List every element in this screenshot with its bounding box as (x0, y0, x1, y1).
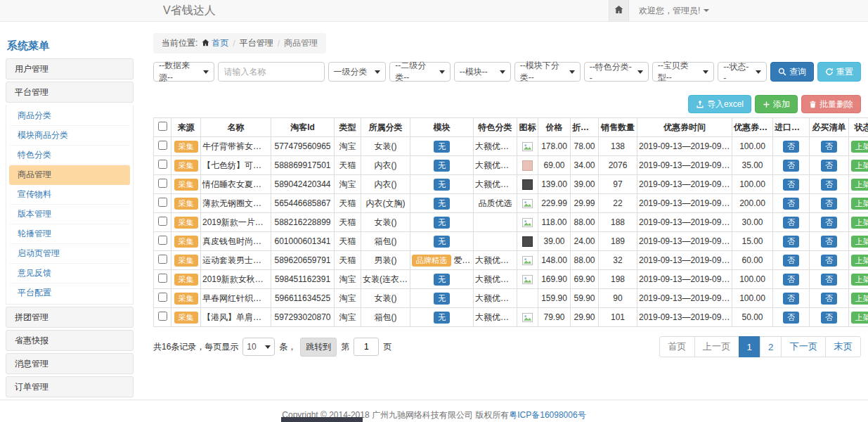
row-checkbox[interactable] (158, 312, 167, 321)
filter-source-select[interactable]: --数据来源-- (153, 62, 214, 82)
sidebar-item-platform-management[interactable]: 平台管理 (6, 82, 134, 103)
row-checkbox[interactable] (158, 236, 167, 245)
status-cell: 上架 (849, 194, 868, 213)
must-buy-badge[interactable]: 否 (821, 274, 837, 286)
sidebar-item-message-management[interactable]: 消息管理 (6, 353, 134, 374)
filter-status-select[interactable]: --状态-- (718, 62, 767, 82)
sidebar-item-group-buy-management[interactable]: 拼团管理 (6, 307, 134, 328)
row-checkbox[interactable] (158, 179, 167, 188)
import-optimal-badge[interactable]: 否 (783, 312, 799, 324)
sidebar-item-version-management[interactable]: 版本管理 (9, 205, 130, 224)
status-badge[interactable]: 上架 (851, 312, 868, 324)
breadcrumb-home-link[interactable]: 首页 (202, 37, 228, 49)
plus-icon (763, 101, 770, 108)
status-badge[interactable]: 上架 (851, 198, 868, 210)
row-checkbox[interactable] (158, 274, 167, 283)
per-page-select[interactable]: 10 (242, 338, 275, 356)
must-buy-badge[interactable]: 否 (821, 141, 837, 153)
search-button[interactable]: 查询 (770, 62, 814, 82)
sidebar-item-goods-category[interactable]: 商品分类 (9, 106, 130, 126)
sidebar-item-goods-management[interactable]: 商品管理 (9, 165, 130, 185)
icp-license-link[interactable]: 粤ICP备16098006号 (509, 410, 585, 420)
import-optimal-cell: 否 (773, 213, 810, 232)
filter-module-sub-value: --模块下分类-- (520, 60, 565, 84)
import-optimal-badge[interactable]: 否 (783, 293, 799, 305)
filter-item-type-select[interactable]: --宝贝类型-- (652, 62, 714, 82)
row-checkbox[interactable] (158, 141, 167, 150)
status-badge[interactable]: 上架 (851, 236, 868, 248)
row-checkbox[interactable] (158, 255, 167, 264)
sidebar-item-order-management[interactable]: 订单管理 (6, 376, 134, 397)
filter-name-input[interactable] (218, 62, 325, 82)
batch-delete-button[interactable]: 批量删除 (801, 95, 861, 113)
import-optimal-badge[interactable]: 否 (783, 160, 799, 172)
import-optimal-badge[interactable]: 否 (783, 179, 799, 191)
select-all-checkbox[interactable] (158, 122, 167, 131)
import-excel-button[interactable]: 导入excel (688, 95, 751, 113)
reset-button[interactable]: 重置 (817, 62, 861, 82)
jump-to-button[interactable]: 跳转到 (300, 338, 337, 357)
import-optimal-badge[interactable]: 否 (783, 141, 799, 153)
must-buy-badge[interactable]: 否 (821, 217, 837, 229)
category-cell: 女装(连衣裙) (361, 270, 410, 289)
status-badge[interactable]: 上架 (851, 160, 868, 172)
row-checkbox[interactable] (158, 293, 167, 302)
filter-level2-select[interactable]: --二级分类-- (389, 62, 451, 82)
page-button-1[interactable]: 1 (739, 336, 760, 357)
must-buy-badge[interactable]: 否 (821, 312, 837, 324)
import-optimal-badge[interactable]: 否 (783, 255, 799, 267)
row-checkbox[interactable] (158, 160, 167, 169)
must-buy-badge[interactable]: 否 (821, 293, 837, 305)
sidebar-item-module-goods-category[interactable]: 模块商品分类 (9, 126, 130, 146)
page-button-首页[interactable]: 首页 (659, 336, 695, 357)
must-buy-badge[interactable]: 否 (821, 160, 837, 172)
page-button-上一页[interactable]: 上一页 (694, 336, 739, 357)
status-badge[interactable]: 上架 (851, 217, 868, 229)
import-optimal-badge[interactable]: 否 (783, 217, 799, 229)
breadcrumb-separator: / (278, 39, 280, 49)
sidebar-item-user-management[interactable]: 用户管理 (6, 58, 134, 79)
import-optimal-badge[interactable]: 否 (783, 236, 799, 248)
home-button[interactable] (609, 0, 629, 21)
column-header-淘客Id: 淘客Id (271, 118, 335, 137)
status-badge[interactable]: 上架 (851, 274, 868, 286)
filter-module-select[interactable]: --模块-- (454, 62, 511, 82)
status-cell: 上架 (849, 270, 868, 289)
row-checkbox[interactable] (158, 198, 167, 207)
sidebar-item-platform-config[interactable]: 平台配置 (9, 283, 130, 302)
status-badge[interactable]: 上架 (851, 255, 868, 267)
must-buy-badge[interactable]: 否 (821, 198, 837, 210)
sidebar-item-carousel-management[interactable]: 轮播管理 (9, 224, 130, 244)
page-button-下一页[interactable]: 下一页 (781, 336, 826, 357)
filter-item-type-value: --宝贝类型-- (658, 60, 699, 84)
sidebar-item-feature-category[interactable]: 特色分类 (9, 146, 130, 165)
sidebar-item-splash-page-management[interactable]: 启动页管理 (9, 244, 130, 264)
row-select-cell (154, 232, 171, 251)
price-cell: 159.90 (538, 289, 571, 308)
module-badge: 无 (434, 274, 450, 286)
row-checkbox[interactable] (158, 217, 167, 226)
import-optimal-badge[interactable]: 否 (783, 274, 799, 286)
page-button-2[interactable]: 2 (760, 336, 782, 357)
page-number-input[interactable] (354, 338, 379, 356)
filter-level1-value: 一级分类 (334, 66, 368, 78)
add-button[interactable]: 添加 (755, 95, 798, 113)
status-badge[interactable]: 上架 (851, 179, 868, 191)
page-button-末页[interactable]: 末页 (825, 336, 861, 357)
must-buy-badge[interactable]: 否 (821, 179, 837, 191)
user-menu-dropdown[interactable]: 欢迎您，管理员! (639, 5, 709, 17)
sidebar-item-feedback[interactable]: 意见反馈 (9, 264, 130, 283)
filter-level1-select[interactable]: 一级分类 (328, 62, 387, 82)
column-header-优惠券金额: 优惠券金额 (732, 118, 773, 137)
sidebar-item-promo-materials[interactable]: 宣传物料 (9, 185, 130, 205)
must-buy-badge[interactable]: 否 (821, 236, 837, 248)
sidebar-item-savings-express[interactable]: 省惠快报 (6, 330, 134, 351)
discount-price-cell: 29.99 (571, 194, 599, 213)
import-optimal-badge[interactable]: 否 (783, 198, 799, 210)
status-badge[interactable]: 上架 (851, 293, 868, 305)
filter-module-sub-select[interactable]: --模块下分类-- (514, 62, 581, 82)
status-badge[interactable]: 上架 (851, 141, 868, 153)
column-header-必买清单: 必买清单 (810, 118, 849, 137)
filter-feature-select[interactable]: --特色分类-- (584, 62, 649, 82)
must-buy-badge[interactable]: 否 (821, 255, 837, 267)
